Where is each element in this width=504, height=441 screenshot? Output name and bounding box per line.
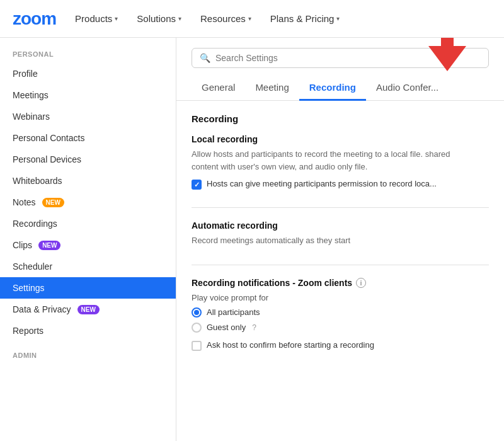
nav-resources[interactable]: Resources ▾ [200,13,251,24]
chevron-down-icon: ▾ [178,15,181,22]
sidebar-item-settings[interactable]: Settings [0,277,176,299]
radio-guest-only[interactable]: Guest only ? [192,323,489,333]
sidebar-item-personal-contacts[interactable]: Personal Contacts [0,127,176,149]
radio-all-participants[interactable]: All participants [192,307,489,318]
local-recording-title: Local recording [192,134,489,144]
radio-all-icon[interactable] [192,307,202,318]
ask-host-checkbox[interactable] [192,341,202,351]
search-icon: 🔍 [200,53,210,63]
nav-plans[interactable]: Plans & Pricing ▾ [270,13,340,24]
section-title: Recording [192,113,489,124]
chevron-down-icon: ▾ [336,15,340,22]
ask-host-label: Ask host to confirm before starting a re… [207,340,374,350]
nav-solutions[interactable]: Solutions ▾ [137,13,181,24]
sidebar-item-scheduler[interactable]: Scheduler [0,256,176,277]
sidebar-admin-label: ADMIN [0,352,176,364]
sidebar-item-meetings[interactable]: Meetings [0,84,176,106]
tabs-area: General Meeting Recording Audio Confer..… [176,68,504,101]
sidebar-item-personal-devices[interactable]: Personal Devices [0,149,176,170]
sidebar-item-reports[interactable]: Reports [0,320,176,341]
radio-guest-label: Guest only [207,323,246,332]
chevron-down-icon: ▾ [115,15,118,22]
radio-all-label: All participants [207,307,260,317]
sidebar-item-webinars[interactable]: Webinars [0,106,176,127]
search-bar: 🔍 [176,38,504,68]
radio-guest-icon[interactable] [192,323,202,333]
radio-group: All participants Guest only ? [192,307,489,333]
main-nav: Products ▾ Solutions ▾ Resources ▾ Plans… [75,13,340,24]
divider-1 [192,207,489,208]
chevron-down-icon: ▾ [248,15,251,22]
tabs: General Meeting Recording Audio Confer..… [176,76,504,101]
header: zoom Products ▾ Solutions ▾ Resources ▾ … [0,0,504,38]
recording-notifications-block: Recording notifications - Zoom clients i… [192,278,489,351]
logo: zoom [13,9,56,29]
voice-prompt-label: Play voice prompt for [192,293,489,302]
recording-notifications-title: Recording notifications - Zoom clients i [192,278,489,288]
ask-host-checkbox-row: Ask host to confirm before starting a re… [192,340,489,351]
divider-2 [192,265,489,265]
sidebar: PERSONAL Profile Meetings Webinars Perso… [0,38,176,441]
data-privacy-badge: NEW [77,305,100,314]
sidebar-item-profile[interactable]: Profile [0,63,176,84]
automatic-recording-title: Automatic recording [192,220,489,231]
search-input[interactable] [215,53,481,63]
clips-badge: NEW [38,241,60,250]
main-content: 🔍 General Meeting Recording [176,38,504,441]
radio-all-inner [194,310,199,315]
local-recording-checkbox[interactable] [192,180,202,190]
sidebar-item-notes[interactable]: Notes NEW [0,192,176,213]
sidebar-item-whiteboards[interactable]: Whiteboards [0,170,176,192]
info-icon[interactable]: i [356,278,366,288]
radio-guest-help-icon[interactable]: ? [252,323,256,332]
tab-meeting[interactable]: Meeting [245,76,299,101]
search-input-wrap[interactable]: 🔍 [192,48,489,68]
tab-general[interactable]: General [192,76,245,101]
sidebar-item-data-privacy[interactable]: Data & Privacy NEW [0,299,176,320]
automatic-recording-desc: Record meetings automatically as they st… [192,234,456,247]
content-area: Recording Local recording Allow hosts an… [176,101,504,441]
sidebar-item-recordings[interactable]: Recordings [0,213,176,234]
local-recording-checkbox-label: Hosts can give meeting participants perm… [207,179,437,188]
notes-badge: NEW [42,198,64,207]
automatic-recording-block: Automatic recording Record meetings auto… [192,220,489,247]
local-recording-desc: Allow hosts and participants to record t… [192,148,456,173]
sidebar-personal-label: PERSONAL [0,50,176,63]
nav-products[interactable]: Products ▾ [75,13,118,24]
tab-recording[interactable]: Recording [299,76,366,101]
tab-audio[interactable]: Audio Confer... [366,76,449,101]
logo-text: zoom [13,9,56,29]
sidebar-item-clips[interactable]: Clips NEW [0,234,176,256]
local-recording-block: Local recording Allow hosts and particip… [192,134,489,190]
local-recording-checkbox-row: Hosts can give meeting participants perm… [192,179,489,190]
